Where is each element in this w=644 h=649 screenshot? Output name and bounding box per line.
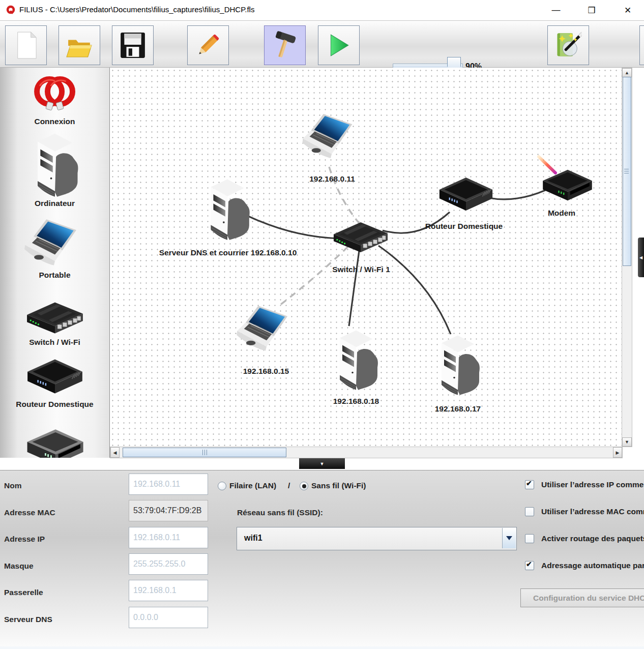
radio-separator: /	[288, 481, 290, 490]
scroll-right-arrow[interactable]: ▶	[613, 447, 622, 458]
palette-item-ordinateur[interactable]: Ordinateur	[0, 129, 109, 208]
server-icon	[331, 326, 382, 391]
radio-label-filaire: Filaire (LAN)	[229, 481, 276, 490]
passerelle-input[interactable]	[129, 580, 208, 601]
palette-label: Ordinateur	[35, 199, 75, 208]
node-label: Routeur Domestique	[425, 222, 503, 231]
switch-icon	[25, 299, 85, 337]
window-title: FILIUS - C:\Users\Predator\Documents\fil…	[19, 5, 254, 14]
serveur-dns-input[interactable]	[129, 607, 208, 628]
pencil-icon	[195, 32, 221, 58]
vertical-scrollbar-thumb[interactable]	[623, 77, 631, 266]
ssid-dropdown[interactable]: wifi1	[237, 527, 517, 550]
adresse-mac-input[interactable]	[129, 500, 208, 521]
canvas-node-switch-1[interactable]	[332, 219, 390, 257]
radio-filaire-lan[interactable]	[218, 482, 226, 490]
wire-switch-server18	[349, 251, 359, 326]
laptop-icon	[301, 111, 363, 162]
collapse-left-icon: ◀	[639, 255, 642, 260]
palette-label: Switch / Wi-Fi	[29, 338, 80, 347]
scroll-down-arrow[interactable]: ▼	[622, 437, 632, 447]
action-mode-button[interactable]	[318, 25, 360, 65]
minimize-button[interactable]: —	[547, 3, 565, 17]
wire-switch-server17	[378, 246, 451, 334]
play-icon	[326, 32, 352, 58]
canvas-node-server-18[interactable]	[331, 326, 382, 393]
chevron-down-icon	[506, 536, 512, 540]
close-button[interactable]: ✕	[619, 3, 636, 17]
checkbox-routage[interactable]	[525, 534, 534, 543]
palette-item-portable[interactable]: Portable	[0, 216, 109, 280]
horizontal-scrollbar[interactable]: ◀ ▶	[110, 447, 623, 458]
adresse-ip-input[interactable]	[129, 527, 208, 548]
node-label: Modem	[548, 209, 575, 218]
checkbox-label: Adressage automatique par DHCP	[541, 561, 644, 570]
design-mode-button[interactable]	[264, 25, 306, 65]
modem-icon	[540, 166, 594, 206]
component-palette: Connexion Ordinateur Portable Switch / W…	[0, 68, 110, 458]
scroll-left-arrow[interactable]: ◀	[110, 447, 120, 458]
checkbox-label: Utiliser l’adresse MAC comme nom	[541, 507, 644, 516]
wizard-button[interactable]	[547, 25, 589, 65]
router-icon	[24, 355, 85, 399]
node-label: Serveur DNS et courrier 192.168.0.10	[159, 248, 297, 257]
canvas-node-router[interactable]	[436, 173, 495, 218]
title-bar: FILIUS - C:\Users\Predator\Documents\fil…	[0, 0, 644, 21]
field-label-masque: Masque	[4, 562, 34, 571]
toolbar-partial-button[interactable]	[639, 25, 644, 65]
config-panel	[0, 470, 644, 648]
palette-item-routeur[interactable]: Routeur Domestique	[0, 355, 109, 409]
canvas-node-modem[interactable]	[540, 166, 594, 209]
cable-icon	[30, 73, 80, 116]
node-label: Switch / Wi-Fi 1	[332, 265, 390, 274]
collapse-config-panel-button[interactable]: ▼	[299, 458, 345, 469]
dropdown-arrow-button[interactable]	[502, 528, 516, 548]
checkbox-ip-comme-nom[interactable]	[525, 480, 534, 489]
server-icon	[201, 174, 253, 241]
maximize-button[interactable]: ❒	[583, 3, 600, 17]
palette-item-connexion[interactable]: Connexion	[0, 73, 109, 126]
scroll-up-arrow[interactable]: ▲	[622, 68, 632, 77]
palette-label: Portable	[39, 271, 70, 280]
router-icon	[436, 173, 495, 216]
field-label-nom: Nom	[4, 481, 21, 490]
node-label: 192.168.0.11	[309, 174, 355, 184]
field-label-ip: Adresse IP	[4, 535, 45, 544]
horizontal-scrollbar-thumb[interactable]	[123, 448, 286, 457]
dhcp-config-button[interactable]: Configuration du service DHCP	[520, 588, 644, 607]
checkbox-label: Activer routage des paquets	[541, 534, 644, 543]
save-file-button[interactable]	[112, 25, 154, 65]
design-canvas[interactable]: 192.168.0.11 Serveur DNS et courrier 192…	[110, 68, 622, 446]
open-file-button[interactable]	[58, 25, 100, 65]
canvas-node-laptop-11[interactable]	[301, 111, 363, 164]
collapse-side-panel-tab[interactable]: ◀	[638, 238, 644, 277]
checkbox-adressage-auto[interactable]	[525, 561, 534, 570]
node-label: 192.168.0.15	[243, 367, 289, 376]
edit-mode-button[interactable]	[187, 25, 229, 65]
toolbar: 90%	[0, 21, 644, 68]
canvas-node-server-dns[interactable]	[201, 174, 253, 243]
masque-input[interactable]	[129, 553, 208, 575]
server-icon	[432, 331, 483, 396]
laptop-icon	[23, 216, 87, 270]
ssid-label: Réseau sans fil (SSID):	[237, 508, 323, 517]
wire-router-modem	[488, 190, 545, 199]
node-label: 192.168.0.18	[333, 397, 379, 406]
vertical-scrollbar[interactable]: ▲ ▼	[622, 68, 632, 447]
checkbox-mac[interactable]	[525, 507, 534, 516]
field-label-passerelle: Passerelle	[4, 588, 43, 597]
nom-input[interactable]	[129, 474, 208, 495]
palette-item-switch[interactable]: Switch / Wi-Fi	[0, 299, 109, 347]
palette-label: Connexion	[34, 117, 75, 126]
radio-label-sans-fil: Sans fil (Wi-Fi)	[311, 481, 366, 490]
filius-window: FILIUS - C:\Users\Predator\Documents\fil…	[0, 0, 644, 649]
checkbox-label: Utiliser l’adresse IP comme nom	[541, 480, 644, 489]
canvas-node-laptop-15[interactable]	[235, 303, 298, 357]
radio-sans-fil-wifi[interactable]	[300, 482, 308, 490]
canvas-node-server-17[interactable]	[432, 331, 483, 398]
wizard-icon	[554, 31, 582, 60]
new-file-button[interactable]	[5, 25, 47, 65]
save-floppy-icon	[120, 32, 146, 59]
collapse-down-icon: ▼	[320, 461, 325, 466]
palette-item-modem[interactable]	[0, 425, 109, 458]
